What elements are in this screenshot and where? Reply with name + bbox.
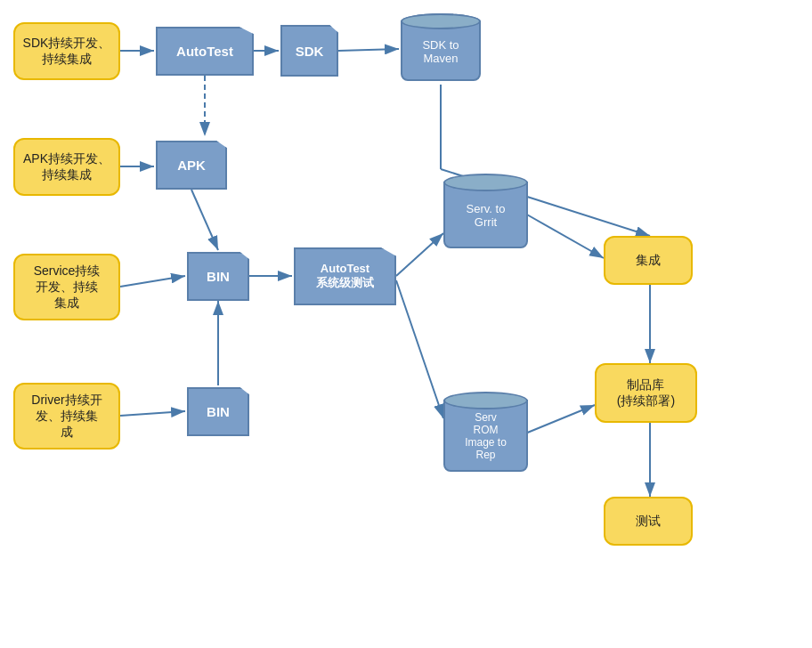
sdk-dev-box: SDK持续开发、 持续集成 — [13, 22, 120, 80]
svg-line-4 — [338, 49, 399, 51]
serv-grrit-cylinder: Serv. toGrrit — [443, 174, 528, 258]
bin1-doc-box: BIN — [187, 252, 249, 301]
autotest-sys-box: AutoTest 系统级测试 — [294, 247, 396, 305]
service-dev-box: Service持续 开发、持续 集成 — [13, 254, 120, 320]
ceshi-box: 测试 — [604, 497, 693, 546]
autotest-sdk-box: AutoTest — [156, 27, 254, 76]
svg-line-8 — [120, 276, 185, 287]
diagram: SDK持续开发、 持续集成 AutoTest SDK SDK toMaven A… — [0, 0, 812, 648]
apk-doc-box: APK — [156, 141, 227, 190]
jicheng-box: 集成 — [604, 236, 693, 285]
apk-dev-box: APK持续开发、 持续集成 — [13, 138, 120, 196]
arrows-layer — [0, 0, 812, 648]
svg-line-11 — [396, 280, 443, 418]
sdk-doc-box: SDK — [280, 25, 338, 77]
svg-line-15 — [525, 405, 595, 433]
svg-line-7 — [191, 190, 218, 250]
svg-line-14 — [525, 214, 604, 258]
svg-line-10 — [396, 233, 443, 276]
svg-line-18 — [120, 411, 185, 416]
serv-rom-cylinder: ServROMImage toRep — [443, 392, 528, 481]
sdk-maven-cylinder: SDK toMaven — [401, 13, 481, 89]
driver-dev-box: Driver持续开 发、持续集 成 — [13, 383, 120, 450]
bin2-doc-box: BIN — [187, 387, 249, 436]
zhipinku-box: 制品库 (持续部署) — [595, 363, 697, 423]
